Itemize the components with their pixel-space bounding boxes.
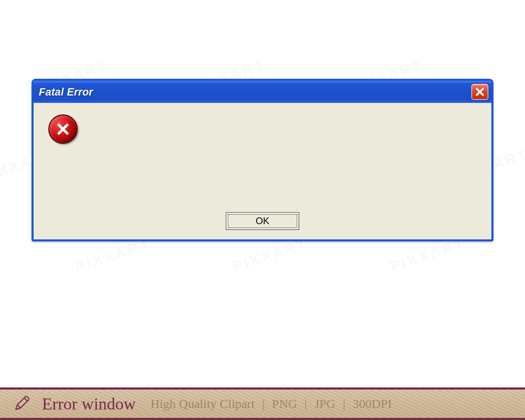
- close-icon: [475, 87, 485, 97]
- error-dialog: Fatal Error OK: [32, 79, 494, 242]
- window-title: Fatal Error: [39, 86, 93, 98]
- separator: |: [343, 397, 345, 411]
- pencil-icon: [12, 394, 32, 414]
- ok-button[interactable]: OK: [226, 212, 299, 230]
- separator: |: [262, 397, 265, 411]
- banner-format-jpg: JPG: [314, 397, 335, 411]
- dialog-body: OK: [34, 103, 491, 239]
- error-icon: [48, 114, 78, 144]
- banner-format-png: PNG: [272, 397, 297, 411]
- banner-subtitle: High Quality Clipart | PNG | JPG | 300DP…: [151, 397, 392, 411]
- product-banner: Error window High Quality Clipart | PNG …: [0, 387, 525, 420]
- separator: |: [304, 397, 307, 411]
- error-message: [88, 112, 479, 120]
- close-button[interactable]: [471, 84, 488, 100]
- titlebar: Fatal Error: [34, 81, 491, 103]
- banner-quality: High Quality Clipart: [151, 397, 255, 411]
- banner-dpi: 300DPI: [353, 397, 392, 411]
- banner-title: Error window: [42, 394, 136, 414]
